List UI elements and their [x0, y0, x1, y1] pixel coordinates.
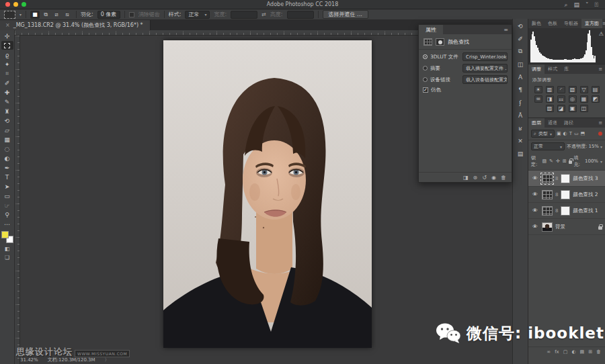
new-adjustment-layer-icon[interactable]: ◐	[571, 349, 575, 355]
layer-mask-thumbnail[interactable]	[561, 190, 570, 199]
adjustments-tab-库[interactable]: 库	[561, 64, 572, 74]
edit-toolbar[interactable]: ⋯	[1, 220, 13, 228]
adjustment-thumbnail[interactable]	[542, 206, 553, 216]
layers-tab-图层[interactable]: 图层	[528, 118, 544, 128]
quick-mask-button[interactable]: ◧	[5, 246, 10, 252]
eraser-tool[interactable]: ▱	[1, 126, 13, 134]
color-balance-icon[interactable]: ♒	[534, 95, 542, 103]
layer-row-0[interactable]: 👁8颜色查找 3	[528, 171, 605, 187]
document-image[interactable]	[163, 40, 372, 348]
hue-saturation-icon[interactable]: ▤	[592, 86, 600, 93]
pen-tool[interactable]: ✒	[1, 163, 13, 172]
foreground-color-swatch[interactable]	[1, 231, 9, 238]
reset-icon[interactable]: ↺	[482, 175, 487, 181]
layer-row-2[interactable]: 👁8颜色查找 1	[528, 203, 605, 219]
layer-visibility-icon[interactable]: 👁	[531, 191, 539, 199]
type-tool[interactable]: T	[1, 173, 13, 181]
adjustment-thumbnail[interactable]	[542, 190, 553, 199]
swap-width-height-icon[interactable]: ⇄	[261, 11, 266, 17]
history-brush-tool[interactable]: ⟲	[1, 116, 13, 125]
vibrance-icon[interactable]: ▽	[580, 86, 588, 93]
filter-adjustment-layers-icon[interactable]: ◐	[563, 131, 567, 136]
exposure-icon[interactable]: ▧	[569, 86, 577, 93]
lock-image-pixels-icon[interactable]: ✎	[549, 158, 553, 164]
histogram-warning-icon[interactable]: ⚠	[599, 31, 604, 37]
brush-settings-panel-icon[interactable]: ✐	[515, 34, 526, 43]
curves-icon[interactable]: ◜	[557, 86, 565, 93]
channel-mixer-icon[interactable]: ◎	[569, 95, 577, 103]
color-lookup-icon[interactable]: ▦	[580, 95, 588, 103]
gradient-map-icon[interactable]: ▣	[569, 105, 577, 112]
mask-link-icon[interactable]: 8	[555, 208, 558, 214]
layer-visibility-icon[interactable]: 👁	[531, 207, 539, 215]
search-icon[interactable]: ⌕	[565, 1, 568, 9]
character-styles-panel-icon[interactable]: Ā	[515, 111, 526, 120]
move-tool[interactable]: ✢	[1, 32, 13, 40]
lock-all-icon[interactable]	[569, 161, 572, 164]
delete-adjustment-icon[interactable]: 🗑	[501, 175, 506, 181]
fill-value[interactable]: 100%	[585, 158, 598, 164]
levels-icon[interactable]: ▥	[546, 86, 554, 93]
opacity-control[interactable]: 不透明度: 15% ▾	[567, 143, 602, 150]
shape-tool[interactable]: ▭	[1, 191, 13, 200]
zoom-tool[interactable]: ⚲	[1, 210, 13, 219]
mask-link-icon[interactable]: 8	[555, 192, 558, 197]
histogram-menu-icon[interactable]: ≡	[602, 21, 605, 26]
history-panel-icon[interactable]: ⟲	[515, 21, 526, 30]
clone-stamp-tool[interactable]: ♜	[1, 107, 13, 116]
subtract-from-selection-button[interactable]: ⧄	[52, 11, 61, 19]
blend-mode-select[interactable]: 正常▾	[531, 142, 565, 150]
posterize-icon[interactable]: ▨	[546, 105, 554, 112]
dither-checkbox[interactable]: ✓	[423, 87, 428, 93]
timeline-panel-icon[interactable]: ◫	[515, 60, 526, 69]
filter-kind-select[interactable]: ⌕ 类型 ▾	[531, 130, 555, 138]
eyedropper-tool[interactable]: ✐	[1, 79, 13, 87]
brush-tool[interactable]: ✎	[1, 97, 13, 106]
property-select-1[interactable]: 载入摘要配置文件 ...▾	[462, 64, 508, 73]
view-previous-state-icon[interactable]: ⊛	[473, 175, 478, 181]
rectangular-marquee-tool[interactable]	[1, 41, 13, 50]
filter-smart-objects-icon[interactable]: ⬒	[581, 131, 586, 136]
path-selection-tool[interactable]: ➤	[1, 182, 13, 191]
layer-mask-icon[interactable]	[436, 38, 444, 46]
threshold-icon[interactable]: ◪	[557, 105, 565, 112]
add-layer-mask-icon[interactable]: ▢	[563, 349, 568, 355]
crop-tool[interactable]: ⌗	[1, 69, 13, 78]
delete-layer-icon[interactable]: 🗑	[596, 349, 601, 355]
property-select-0[interactable]: Crisp_Winter.look▾	[462, 52, 508, 61]
glyphs-panel-icon[interactable]: ʄ	[515, 98, 526, 107]
histogram-tab-直方图[interactable]: 直方图	[581, 19, 602, 28]
clip-to-layer-icon[interactable]: ◨	[463, 175, 469, 181]
selective-color-icon[interactable]: ◫	[580, 105, 588, 112]
workspace-switcher-icon[interactable]: ▤	[574, 1, 580, 8]
invert-icon[interactable]: ◩	[592, 95, 600, 103]
lasso-tool[interactable]: ϱ	[1, 50, 13, 59]
height-input[interactable]	[287, 11, 314, 19]
width-input[interactable]	[231, 11, 257, 19]
close-panel-icon[interactable]: ✕	[515, 136, 526, 145]
zoom-level[interactable]: 31.42%	[20, 357, 38, 363]
filter-type-layers-icon[interactable]: T	[569, 131, 572, 136]
adjustments-tab-调整[interactable]: 调整	[528, 64, 544, 74]
black-white-icon[interactable]: ◨	[546, 95, 554, 103]
layer-row-1[interactable]: 👁8颜色查找 2	[528, 187, 605, 203]
radio-0[interactable]	[423, 54, 428, 59]
photo-filter-icon[interactable]: ⚏	[557, 95, 565, 103]
active-tool-icon[interactable]	[4, 11, 15, 19]
antialias-checkbox[interactable]	[129, 12, 134, 17]
layer-effects-icon[interactable]: fx	[555, 349, 559, 355]
new-layer-icon[interactable]: ⊞	[588, 349, 592, 355]
new-selection-button[interactable]: ■	[30, 11, 40, 19]
libraries-panel-icon[interactable]: ▤	[515, 149, 526, 158]
radio-2[interactable]	[423, 77, 428, 82]
adjustment-thumbnail[interactable]	[542, 174, 553, 183]
lock-artboard-icon[interactable]: ⊞	[563, 158, 567, 164]
filter-shape-layers-icon[interactable]: ▭	[574, 131, 579, 136]
histogram-tab-色板[interactable]: 色板	[544, 19, 561, 28]
radio-1[interactable]	[423, 66, 428, 71]
tool-preset-caret-icon[interactable]: ▾	[19, 12, 22, 17]
dodge-tool[interactable]: ◐	[1, 154, 13, 163]
layer-row-3[interactable]: 👁背景	[528, 219, 605, 235]
close-document-icon[interactable]: ×	[5, 22, 10, 28]
clone-source-panel-icon[interactable]: ⧉	[515, 47, 526, 56]
